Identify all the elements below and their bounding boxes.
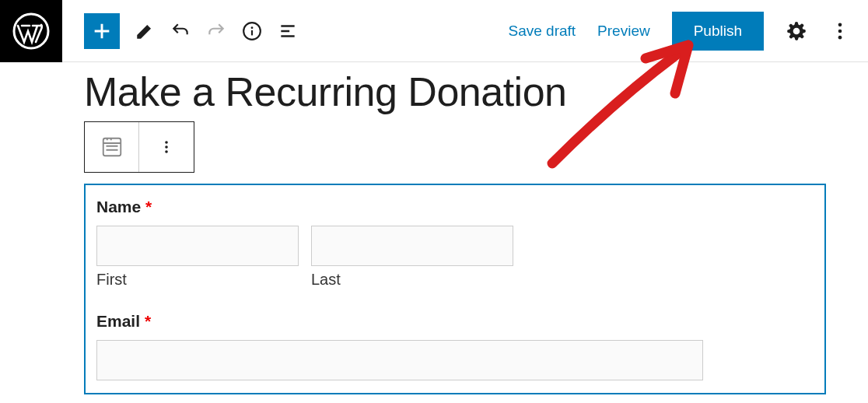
form-block[interactable]: Name * First Last Email * (84, 184, 826, 394)
required-indicator: * (145, 198, 152, 216)
top-bar: Save draft Preview Publish (0, 0, 868, 62)
info-button[interactable] (241, 20, 263, 42)
kebab-icon (829, 20, 851, 42)
wordpress-icon (12, 12, 50, 50)
add-block-button[interactable] (84, 13, 120, 49)
list-icon (278, 21, 298, 41)
svg-rect-6 (103, 138, 121, 156)
undo-icon (170, 21, 191, 41)
block-type-button[interactable] (85, 122, 139, 172)
svg-point-2 (251, 26, 254, 29)
page-title[interactable]: Make a Recurring Donation (84, 68, 826, 115)
svg-point-3 (838, 23, 842, 26)
editor-content: Make a Recurring Donation Name * First L… (0, 62, 868, 394)
name-label: Name * (96, 198, 814, 216)
preview-button[interactable]: Preview (597, 23, 650, 40)
form-block-icon (100, 135, 124, 159)
name-label-text: Name (96, 198, 141, 216)
first-name-input[interactable] (96, 226, 299, 266)
name-row: First Last (96, 226, 814, 289)
svg-point-9 (165, 150, 168, 153)
first-name-column: First (96, 226, 299, 289)
redo-icon (206, 21, 226, 41)
edit-button[interactable] (134, 20, 156, 42)
block-toolbar (84, 121, 194, 173)
wordpress-logo[interactable] (0, 0, 62, 62)
save-draft-button[interactable]: Save draft (508, 23, 576, 40)
kebab-icon (157, 138, 176, 156)
settings-button[interactable] (786, 20, 807, 42)
more-options-button[interactable] (829, 20, 851, 42)
toolbar-left (62, 13, 299, 49)
required-indicator: * (145, 312, 151, 330)
svg-point-5 (838, 35, 842, 39)
last-sublabel: Last (311, 271, 513, 289)
outline-button[interactable] (277, 20, 299, 42)
toolbar-right: Save draft Preview Publish (508, 12, 868, 51)
block-more-button[interactable] (139, 122, 194, 172)
pencil-icon (135, 21, 155, 41)
email-label: Email * (96, 312, 814, 331)
email-input[interactable] (96, 340, 703, 380)
last-name-input[interactable] (311, 226, 513, 266)
svg-point-8 (165, 145, 168, 149)
first-sublabel: First (96, 271, 299, 289)
redo-button[interactable] (205, 20, 227, 42)
plus-icon (91, 20, 113, 42)
last-name-column: Last (311, 226, 513, 289)
svg-point-4 (838, 29, 842, 33)
info-icon (242, 21, 262, 41)
publish-button[interactable]: Publish (672, 12, 764, 51)
svg-point-7 (165, 141, 168, 144)
gear-icon (786, 21, 807, 41)
email-label-text: Email (96, 312, 140, 330)
undo-button[interactable] (170, 20, 191, 42)
